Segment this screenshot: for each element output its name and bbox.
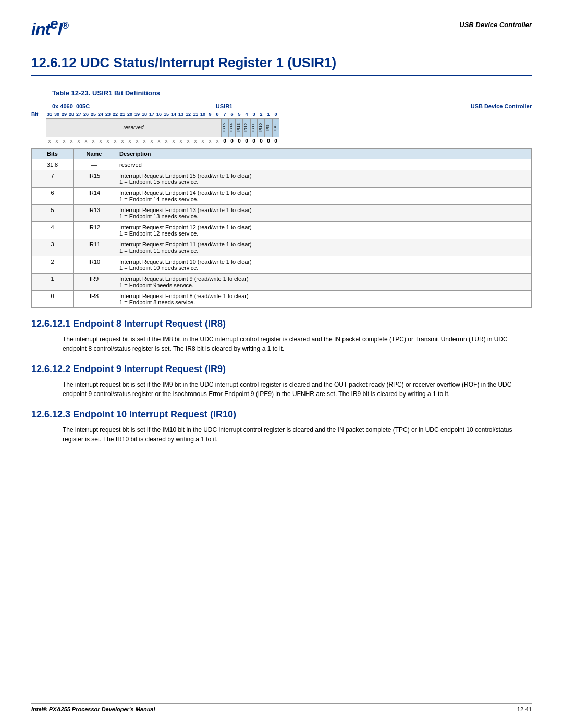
col-bits: Bits	[32, 148, 74, 159]
val-x: x	[90, 138, 97, 144]
section-12-6-12-1-body: The interrupt request bit is set if the …	[63, 335, 532, 353]
val-x: x	[68, 138, 75, 144]
bit-num: 5	[236, 112, 243, 117]
bit-num: 16	[155, 112, 163, 117]
reserved-cell: reserved	[46, 118, 221, 137]
table-row: 31:8 — reserved	[32, 159, 532, 170]
val-x: x	[141, 138, 148, 144]
section-12-6-12-3-heading: 12.6.12.3 Endpoint 10 Interrupt Request …	[31, 409, 532, 420]
bit-num: 28	[68, 112, 75, 117]
val-0: 0	[250, 138, 258, 144]
ir10-cell: IR10	[258, 118, 265, 137]
val-x: x	[155, 138, 163, 144]
bit-num: 23	[104, 112, 112, 117]
val-x: x	[104, 138, 112, 144]
bit-num: 26	[82, 112, 90, 117]
bit-num: 14	[170, 112, 177, 117]
bit-num: 6	[228, 112, 236, 117]
bit-num: 10	[199, 112, 206, 117]
table-row: 4 IR12 Interrupt Request Endpoint 12 (re…	[32, 221, 532, 239]
bit-num: 19	[133, 112, 141, 117]
bit-num: 21	[119, 112, 126, 117]
main-title: 12.6.12 UDC Status/Interrupt Register 1 …	[31, 55, 532, 76]
ir14-cell: IR14	[228, 118, 236, 137]
val-x: x	[60, 138, 68, 144]
val-x: x	[133, 138, 141, 144]
bit-num: 18	[141, 112, 148, 117]
bit-num: 2	[258, 112, 265, 117]
bit-num: 22	[112, 112, 119, 117]
bit-label: Bit	[31, 112, 46, 117]
val-x: x	[148, 138, 155, 144]
bit-num: 11	[192, 112, 199, 117]
bit-num: 7	[221, 112, 228, 117]
val-x: x	[214, 138, 221, 144]
section-12-6-12-3-body: The interrupt request bit is set if the …	[63, 425, 532, 444]
table-row: 1 IR9 Interrupt Request Endpoint 9 (read…	[32, 273, 532, 290]
col-name: Name	[74, 148, 115, 159]
table-row: 3 IR11 Interrupt Request Endpoint 11 (re…	[32, 239, 532, 256]
val-x: x	[163, 138, 170, 144]
page-footer: Intel® PXA255 Processor Developer's Manu…	[31, 703, 532, 712]
page-header: intel® USB Device Controller	[31, 16, 532, 44]
reg-info-row: 0x 4060_005C USIR1 USB Device Controller	[31, 103, 532, 109]
section-12-6-12-2-heading: 12.6.12.2 Endpoint 9 Interrupt Request (…	[31, 364, 532, 375]
val-x: x	[170, 138, 177, 144]
definition-table: Bits Name Description 31:8 — reserved 7 …	[31, 148, 532, 308]
bit-num: 9	[206, 112, 214, 117]
val-0: 0	[265, 138, 272, 144]
table-row: 0 IR8 Interrupt Request Endpoint 8 (read…	[32, 290, 532, 307]
col-desc: Description	[115, 148, 532, 159]
bit-num: 12	[185, 112, 192, 117]
table-row: 5 IR13 Interrupt Request Endpoint 13 (re…	[32, 204, 532, 221]
footer-left: Intel® PXA255 Processor Developer's Manu…	[31, 706, 155, 712]
bit-num: 20	[126, 112, 133, 117]
header-title: USB Device Controller	[459, 21, 532, 29]
values-row: x x x x x x x x x x x x x x x x x x x x …	[31, 138, 532, 144]
bit-num: 24	[97, 112, 104, 117]
table-title: Table 12-23. USIR1 Bit Definitions	[52, 89, 532, 97]
bit-num: 30	[53, 112, 60, 117]
footer-right: 12-41	[517, 706, 532, 712]
val-x: x	[46, 138, 53, 144]
val-x: x	[119, 138, 126, 144]
intel-logo: intel®	[31, 16, 68, 39]
bit-num: 25	[90, 112, 97, 117]
val-x: x	[75, 138, 82, 144]
bit-num: 29	[60, 112, 68, 117]
section-12-6-12-2-body: The interrupt request bit is set if the …	[63, 380, 532, 399]
val-x: x	[112, 138, 119, 144]
val-0: 0	[228, 138, 236, 144]
ir15-cell: IR15	[221, 118, 228, 137]
bit-num: 1	[265, 112, 272, 117]
ir9-cell: IR9	[265, 118, 272, 137]
val-x: x	[192, 138, 199, 144]
val-0: 0	[236, 138, 243, 144]
val-x: x	[82, 138, 90, 144]
register-diagram: reserved IR15 IR14 IR13 IR12 IR11 IR10 I…	[31, 118, 532, 137]
bit-num: 13	[177, 112, 185, 117]
reg-name: USIR1	[146, 103, 302, 109]
val-0: 0	[221, 138, 228, 144]
ir8-cell: IR8	[272, 118, 279, 137]
ir11-cell: IR11	[250, 118, 258, 137]
val-x: x	[199, 138, 206, 144]
bit-num: 15	[163, 112, 170, 117]
val-x: x	[206, 138, 214, 144]
bit-num: 17	[148, 112, 155, 117]
val-x: x	[185, 138, 192, 144]
val-0: 0	[243, 138, 250, 144]
bit-num: 3	[250, 112, 258, 117]
bit-num: 4	[243, 112, 250, 117]
val-x: x	[97, 138, 104, 144]
bit-numbers-row: Bit 31 30 29 28 27 26 25 24 23 22 21 20 …	[31, 112, 532, 117]
ir13-cell: IR13	[236, 118, 243, 137]
val-x: x	[53, 138, 60, 144]
table-row: 2 IR10 Interrupt Request Endpoint 10 (re…	[32, 256, 532, 273]
val-x: x	[177, 138, 185, 144]
reg-addr: 0x 4060_005C	[52, 103, 146, 109]
val-x: x	[126, 138, 133, 144]
bit-num: 8	[214, 112, 221, 117]
reg-module: USB Device Controller	[302, 103, 532, 109]
bit-num: 27	[75, 112, 82, 117]
